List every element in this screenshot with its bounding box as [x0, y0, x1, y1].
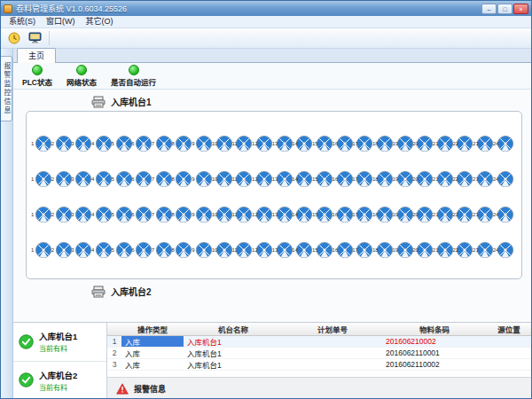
- station-indicator[interactable]: 3: [74, 206, 92, 224]
- station-indicator[interactable]: 8: [174, 135, 192, 153]
- menu-window[interactable]: 窗口(W): [41, 16, 81, 27]
- station-indicator[interactable]: 13: [275, 135, 293, 153]
- station-indicator[interactable]: 1: [34, 170, 52, 189]
- station-indicator[interactable]: 19: [395, 170, 414, 189]
- station-indicator[interactable]: 20: [415, 135, 434, 153]
- station-indicator[interactable]: 8: [174, 241, 192, 260]
- station-indicator[interactable]: 23: [475, 135, 494, 153]
- machine1-print-button[interactable]: [91, 96, 106, 108]
- header-machine-name[interactable]: 机台名称: [184, 324, 283, 334]
- close-button[interactable]: ×: [513, 4, 528, 14]
- station-indicator[interactable]: 3: [74, 170, 92, 189]
- station-indicator[interactable]: 10: [215, 241, 233, 260]
- menu-system[interactable]: 系统(S): [4, 16, 41, 27]
- station-indicator[interactable]: 7: [154, 206, 173, 224]
- station-indicator[interactable]: 13: [275, 206, 293, 224]
- station-indicator[interactable]: 3: [74, 241, 92, 260]
- station-indicator[interactable]: 21: [435, 135, 454, 153]
- header-plan-number[interactable]: 计划单号: [283, 324, 382, 334]
- station-indicator[interactable]: 24: [496, 135, 514, 153]
- table-row[interactable]: 1 入库 入库机台1 201606210002: [107, 336, 531, 348]
- station-indicator[interactable]: 4: [94, 241, 113, 260]
- station-indicator[interactable]: 13: [275, 170, 293, 189]
- station-indicator[interactable]: 9: [194, 241, 213, 260]
- station-indicator[interactable]: 7: [154, 135, 173, 153]
- station-indicator[interactable]: 24: [496, 170, 514, 189]
- station-indicator[interactable]: 20: [415, 206, 434, 224]
- station-indicator[interactable]: 12: [254, 206, 273, 224]
- station-indicator[interactable]: 16: [335, 135, 354, 153]
- station-indicator[interactable]: 4: [94, 170, 113, 189]
- station-indicator[interactable]: 5: [114, 135, 133, 153]
- table-row[interactable]: 3 入库 入库机台1 2016062110002: [107, 359, 531, 371]
- station-indicator[interactable]: 23: [475, 206, 494, 224]
- station-indicator[interactable]: 19: [395, 206, 414, 224]
- station-indicator[interactable]: 14: [294, 135, 313, 153]
- machine2-print-button[interactable]: [91, 286, 106, 298]
- station-indicator[interactable]: 4: [94, 135, 113, 153]
- station-indicator[interactable]: 5: [114, 170, 133, 189]
- station-indicator[interactable]: 16: [335, 241, 354, 260]
- sidebar-vertical-tab[interactable]: 报警监控信息: [1, 56, 12, 121]
- header-operation-type[interactable]: 操作类型: [121, 324, 184, 334]
- station-indicator[interactable]: 17: [355, 170, 373, 189]
- station-indicator[interactable]: 1: [34, 206, 52, 224]
- station-indicator[interactable]: 22: [455, 206, 473, 224]
- header-source-location[interactable]: 源位置: [487, 324, 531, 334]
- station-indicator[interactable]: 18: [375, 135, 394, 153]
- table-row[interactable]: 2 入库 入库机台1 2016062110001: [107, 348, 531, 359]
- station-indicator[interactable]: 19: [395, 241, 414, 260]
- station-indicator[interactable]: 22: [455, 241, 473, 260]
- station-indicator[interactable]: 6: [134, 135, 153, 153]
- station-indicator[interactable]: 21: [435, 206, 454, 224]
- station-indicator[interactable]: 9: [194, 206, 213, 224]
- station-indicator[interactable]: 1: [34, 135, 52, 153]
- station-indicator[interactable]: 11: [234, 206, 253, 224]
- station-indicator[interactable]: 2: [54, 135, 73, 153]
- station-indicator[interactable]: 7: [154, 170, 173, 189]
- station-indicator[interactable]: 6: [134, 170, 153, 189]
- station-indicator[interactable]: 6: [134, 206, 153, 224]
- station-indicator[interactable]: 17: [355, 135, 373, 153]
- station-indicator[interactable]: 10: [215, 170, 233, 189]
- station-indicator[interactable]: 12: [254, 170, 273, 189]
- station-indicator[interactable]: 21: [435, 170, 454, 189]
- station-indicator[interactable]: 20: [415, 170, 434, 189]
- station-indicator[interactable]: 24: [496, 241, 514, 260]
- station-indicator[interactable]: 9: [194, 135, 213, 153]
- tab-home[interactable]: 主页: [17, 48, 56, 63]
- station-indicator[interactable]: 8: [174, 170, 192, 189]
- maximize-button[interactable]: □: [497, 4, 512, 14]
- station-indicator[interactable]: 14: [294, 206, 313, 224]
- station-indicator[interactable]: 15: [315, 241, 333, 260]
- station-indicator[interactable]: 5: [114, 206, 133, 224]
- station-indicator[interactable]: 22: [455, 170, 473, 189]
- station-indicator[interactable]: 16: [335, 170, 354, 189]
- station-indicator[interactable]: 12: [254, 241, 273, 260]
- station-indicator[interactable]: 15: [315, 170, 333, 189]
- station-indicator[interactable]: 11: [234, 170, 253, 189]
- station-indicator[interactable]: 19: [395, 135, 414, 153]
- station-indicator[interactable]: 9: [194, 170, 213, 189]
- station-indicator[interactable]: 11: [234, 241, 253, 260]
- header-material-barcode[interactable]: 物料条码: [382, 324, 487, 334]
- station-indicator[interactable]: 16: [335, 206, 354, 224]
- station-indicator[interactable]: 22: [455, 135, 473, 153]
- station-indicator[interactable]: 18: [375, 170, 394, 189]
- station-indicator[interactable]: 23: [475, 170, 494, 189]
- station-indicator[interactable]: 5: [114, 241, 133, 260]
- toolbar-history-button[interactable]: [4, 30, 23, 47]
- menu-other[interactable]: 其它(O): [81, 16, 119, 27]
- station-indicator[interactable]: 18: [375, 241, 394, 260]
- station-indicator[interactable]: 2: [54, 170, 73, 189]
- station-indicator[interactable]: 7: [154, 241, 173, 260]
- station-indicator[interactable]: 11: [234, 135, 253, 153]
- station-indicator[interactable]: 2: [54, 206, 73, 224]
- station-indicator[interactable]: 17: [355, 206, 373, 224]
- station-indicator[interactable]: 13: [275, 241, 293, 260]
- station-indicator[interactable]: 14: [294, 241, 313, 260]
- station-indicator[interactable]: 24: [496, 206, 514, 224]
- station-indicator[interactable]: 3: [74, 135, 92, 153]
- machine-list-item-2[interactable]: 入库机台2 当前有料: [13, 362, 106, 399]
- station-indicator[interactable]: 18: [375, 206, 394, 224]
